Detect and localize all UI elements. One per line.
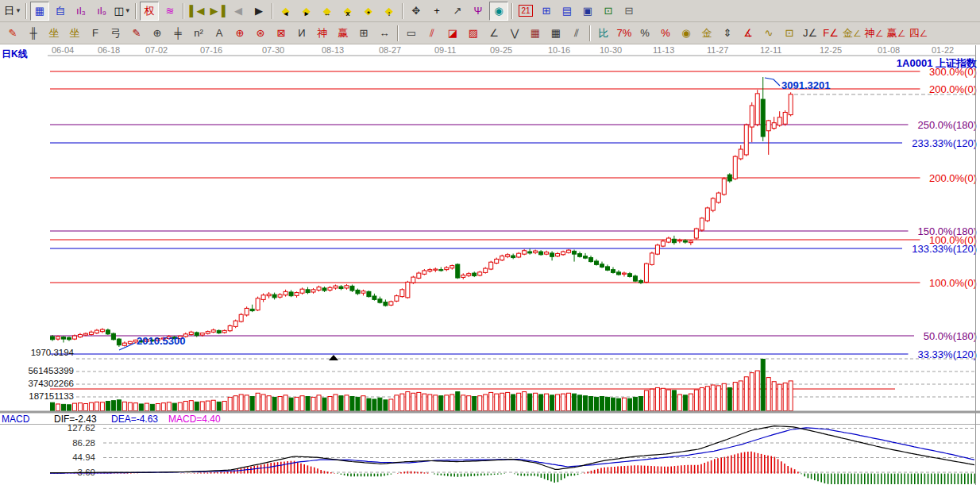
shen-angle-icon[interactable]: 神∠ [864,24,885,43]
last-page-icon[interactable]: ▶▐ [208,2,227,21]
sine-wave-icon[interactable]: ∿ [759,24,778,43]
grid-trend-icon[interactable]: ▦ [546,24,565,43]
date-tick-label: 09-25 [490,45,512,55]
gann-star-icon[interactable]: ⊛ [251,24,270,43]
percent-retrace-icon[interactable]: 7% [615,24,634,43]
angle-line-icon[interactable]: ∠ [484,24,504,43]
trendline-tool-icon[interactable]: ↗ [448,2,467,21]
golden-box-icon[interactable]: ⊡ [780,24,799,43]
f-angle-icon[interactable]: F∠ [821,24,840,43]
calculator-icon-glyph: ⊞ [542,2,551,20]
win-tool-icon[interactable]: 赢 [334,24,353,43]
calendar-icon[interactable]: 21 [516,2,535,21]
grid-draw-icon[interactable]: ▦ [526,24,545,43]
calculator-icon[interactable]: ⊞ [537,2,556,21]
smart-analysis-icon[interactable]: ◉ [489,2,508,21]
volume-bar [573,394,577,410]
overlay-indicator-icon[interactable]: ≋ [160,2,179,21]
brush-tool-icon[interactable]: ✎ [3,24,22,43]
date-tick-label: 09-11 [434,45,456,55]
candle-body [573,251,577,254]
angle-tool-icon[interactable]: ∡ [739,24,758,43]
restore-rights-icon[interactable]: 权 [140,2,159,21]
full-view-diamond-icon[interactable]: ◆↕ [380,2,399,21]
next-page-icon[interactable]: ▶ [249,2,268,21]
candle-style-icon[interactable]: ◫▼ [113,2,132,21]
period-selector-dropdown-arrow[interactable]: ▼ [15,2,21,20]
cycle-tool-icon-glyph: ⊕ [153,25,162,42]
four-angle-icon[interactable]: 四∠ [908,24,928,43]
pan-hand-icon[interactable]: ✥ [407,2,426,21]
golden-ruler-icon[interactable]: 坐 [44,24,64,43]
golden-bars-icon[interactable]: 金 [697,24,716,43]
expand-diamond-icon[interactable]: ◆* [359,2,378,21]
ray-fan-icon[interactable]: ⫽ [422,24,442,43]
cycle-tool-icon[interactable]: ⊕ [148,24,167,43]
prev-page-icon-glyph: ◀ [234,2,242,20]
n-squared-icon[interactable]: n² [189,24,208,43]
updown-measure-icon[interactable]: ⇕ [718,24,737,43]
segment-tool-icon[interactable]: Ψ [469,2,488,21]
candle-body [350,286,354,291]
toolbar-separator [135,3,137,19]
compress-diamond-icon[interactable]: ◆x [338,2,357,21]
stock-info-icon[interactable]: 自 [51,2,70,21]
zigzag-icon[interactable]: ⋁ [505,24,524,43]
prev-page-icon[interactable]: ◀ [229,2,248,21]
save-icon[interactable]: ▣ [578,2,597,21]
percent-icon[interactable]: % [635,24,654,43]
volume-bar [556,395,560,411]
zoom-right-diamond-icon[interactable]: ◆▸ [297,2,316,21]
wave-count-icon[interactable]: И [292,24,311,43]
bow-tool-icon[interactable]: 弓 [106,24,125,43]
marker-pen-icon[interactable]: ✎ [127,24,146,43]
measure-123-icon[interactable]: ⊞ [354,24,373,43]
n-squared-icon-glyph: n² [194,25,203,42]
zoom-left-diamond-icon[interactable]: ◆◂ [276,2,295,21]
volume-bar [117,400,121,411]
rect-draw-icon[interactable]: ▭ [402,24,421,43]
candle-body [473,273,476,275]
candle-body [777,117,781,125]
period-selector[interactable]: 日▼ [3,2,22,21]
mini-chart-9-icon[interactable]: ıl₉ [92,2,111,21]
h-ticks-icon[interactable]: ╫ [24,24,43,43]
ray-box-icon[interactable]: ▨ [464,24,483,43]
golden-circle-icon[interactable]: ◉ [677,24,696,43]
volume-bar [395,395,399,411]
compare-icon[interactable]: 比 [594,24,613,43]
chart-window-icon[interactable]: ▦ [30,2,49,21]
j-angle-icon[interactable]: J∠ [801,24,820,43]
first-page-icon[interactable]: ▌◀ [187,2,206,21]
gann-cross-icon[interactable]: ⊕ [230,24,249,43]
volume-bar [439,396,443,411]
ruler-ticks-icon[interactable]: ╪ [168,24,187,43]
gann-grid-icon[interactable]: ⊠ [272,24,291,43]
fan-box-icon[interactable]: ◪ [443,24,462,43]
win-angle-icon[interactable]: 赢∠ [886,24,907,43]
mini-chart-3-icon[interactable]: ıl₃ [71,2,91,21]
wave-count-icon-glyph: И [298,25,305,42]
a-line-icon[interactable]: A [210,24,229,43]
print-icon[interactable]: ⊟ [619,2,639,21]
candle-body [61,337,65,340]
high-price-annotation: 3091.3201 [781,79,830,91]
candle-style-icon-dropdown-arrow[interactable]: ▼ [125,2,131,20]
candle-body [534,251,538,252]
export-icon[interactable]: ⊡ [599,2,618,21]
shen-magic-icon[interactable]: 神 [313,24,332,43]
volume-bar [400,394,404,410]
f-tool-icon[interactable]: F [86,24,105,43]
golden-ruler-2-icon[interactable]: 坐 [65,24,84,43]
macd-indicator-label: MACD [2,414,29,425]
gold-angle-icon[interactable]: 金∠ [842,24,862,43]
percent-lines-icon[interactable]: % [656,24,675,43]
zoom-both-diamond-icon[interactable]: ◆↔ [318,2,337,21]
h-expand-icon[interactable]: ↔ [375,24,394,43]
memo-icon[interactable]: ▤ [558,2,577,21]
parallel-icon[interactable]: ⫽ [567,24,586,43]
crosshair-icon[interactable]: + [427,2,446,21]
volume-bar [495,394,499,410]
candle-body [705,208,709,221]
pane-scroll-marker[interactable] [329,355,338,360]
